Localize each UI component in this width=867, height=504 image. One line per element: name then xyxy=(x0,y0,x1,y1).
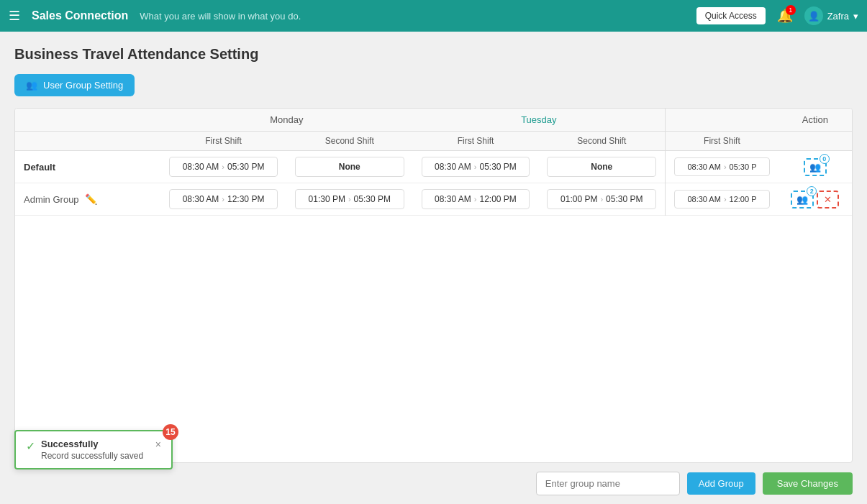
subheader-action xyxy=(779,132,852,151)
shift-cell-default-mon-first: 08:30 AM›05:30 PM xyxy=(160,151,286,183)
quick-access-button[interactable]: Quick Access xyxy=(696,7,766,24)
toast-title: Successfully xyxy=(41,439,143,449)
admin-group-label: Admin Group xyxy=(24,194,79,205)
menu-icon[interactable]: ☰ xyxy=(9,8,20,24)
shift-cell-admin-tue-first: 08:30 AM›12:00 PM xyxy=(413,183,539,216)
shift-cell-admin-mon-first: 08:30 AM›12:30 PM xyxy=(160,183,286,216)
action-cell-admin: 👥 2 ✕ xyxy=(779,183,852,216)
group-name-input[interactable] xyxy=(536,472,680,495)
toast-notification: ✓ Successfully Record successfully saved… xyxy=(14,430,173,469)
header: ☰ Sales Connection What you are will sho… xyxy=(0,0,867,32)
subheader-name xyxy=(15,132,160,151)
row-name-default: Default xyxy=(15,151,160,183)
user-group-icon: 👥 xyxy=(796,194,808,205)
brand-name: Sales Connection xyxy=(32,9,128,22)
shift-cell-admin-mon-second: 01:30 PM›05:30 PM xyxy=(286,183,413,216)
user-avatar: 👤 xyxy=(804,6,823,25)
user-menu[interactable]: 👤 Zafra ▾ xyxy=(804,6,858,25)
add-group-button[interactable]: Add Group xyxy=(687,472,755,495)
admin-delete-button[interactable]: ✕ xyxy=(817,191,839,209)
admin-user-button[interactable]: 👥 2 xyxy=(791,191,814,209)
table-row: Admin Group ✏️ 08:30 AM›12:30 PM 01:30 P… xyxy=(15,183,852,216)
attendance-table-container: Monday Tuesday Action First Shift Second… xyxy=(14,108,853,463)
default-user-badge: 0 xyxy=(820,154,830,164)
subheader-extra-first: First Shift xyxy=(666,132,779,151)
subheader-tue-first: First Shift xyxy=(413,132,539,151)
notification-bell[interactable]: 🔔 1 xyxy=(777,8,793,24)
table-row: Default 08:30 AM›05:30 PM None 08:30 AM›… xyxy=(15,151,852,183)
group-icon: 👥 xyxy=(26,80,37,91)
edit-icon[interactable]: ✏️ xyxy=(85,193,97,205)
toast-badge: 15 xyxy=(163,424,178,440)
toast-close-button[interactable]: × xyxy=(155,439,161,450)
save-changes-button[interactable]: Save Changes xyxy=(763,472,853,495)
subheader-mon-second: Second Shift xyxy=(286,132,413,151)
action-cell-default: 👥 0 xyxy=(779,151,852,183)
chevron-down-icon: ▾ xyxy=(853,11,858,22)
col-header-name xyxy=(15,109,160,132)
shift-cell-default-extra: 08:30 AM›05:30 P xyxy=(666,151,779,183)
notification-badge: 1 xyxy=(786,5,796,15)
col-header-action: Action xyxy=(779,109,852,132)
shift-cell-admin-extra: 08:30 AM›12:00 P xyxy=(666,183,779,216)
user-group-icon: 👥 xyxy=(809,162,821,173)
row-name-admin: Admin Group ✏️ xyxy=(15,183,160,216)
subheader-mon-first: First Shift xyxy=(160,132,286,151)
subheader-tue-second: Second Shift xyxy=(538,132,665,151)
user-group-setting-button[interactable]: 👥 User Group Setting xyxy=(14,74,135,96)
user-group-btn-label: User Group Setting xyxy=(43,80,123,91)
page-title: Business Travel Attendance Setting xyxy=(14,46,853,63)
attendance-table: Monday Tuesday Action First Shift Second… xyxy=(15,109,852,216)
shift-cell-default-tue-first: 08:30 AM›05:30 PM xyxy=(413,151,539,183)
shift-cell-default-mon-second: None xyxy=(286,151,413,183)
col-header-monday: Monday xyxy=(160,109,412,132)
toast-text: Successfully Record successfully saved xyxy=(41,439,143,461)
shift-cell-admin-tue-second: 01:00 PM›05:30 PM xyxy=(538,183,665,216)
toast-subtitle: Record successfully saved xyxy=(41,451,143,461)
user-name: Zafra xyxy=(827,11,849,22)
shift-cell-default-tue-second: None xyxy=(538,151,665,183)
admin-user-badge: 2 xyxy=(807,186,817,196)
header-tagline: What you are will show in what you do. xyxy=(140,11,684,22)
col-header-extra xyxy=(666,109,779,132)
col-header-tuesday: Tuesday xyxy=(413,109,666,132)
default-user-button[interactable]: 👥 0 xyxy=(804,158,827,176)
toast-check-icon: ✓ xyxy=(26,439,35,453)
